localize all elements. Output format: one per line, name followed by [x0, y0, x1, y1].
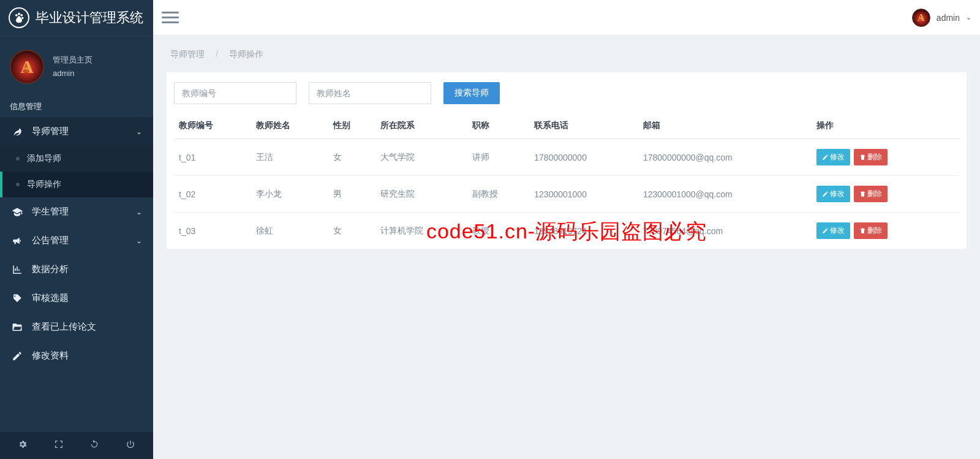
cell-email: 12300001000@qq.com — [638, 176, 812, 213]
th-id: 教师编号 — [174, 113, 251, 139]
cell-ops: 修改删除 — [812, 213, 959, 249]
sidebar-item-data-analysis[interactable]: 数据分析 — [0, 255, 153, 284]
brand-logo-icon — [9, 7, 29, 28]
table-row: t_01王洁女大气学院讲师1780000000017800000000@qq.c… — [174, 139, 959, 176]
sidebar-item-label: 数据分析 — [32, 264, 69, 275]
folder-open-icon — [11, 322, 23, 333]
leaf-icon — [11, 126, 23, 137]
cell-phone: 17800000000 — [529, 139, 638, 176]
th-title: 职称 — [467, 113, 529, 139]
cell-email: 778974564@qq.com — [638, 213, 812, 249]
teacher-id-input[interactable] — [174, 82, 296, 104]
sidebar-subitem-add-tutor[interactable]: 添加导师 — [0, 146, 153, 172]
cell-email: 17800000000@qq.com — [638, 139, 812, 176]
sidebar-item-label: 导师管理 — [32, 126, 69, 137]
sidebar-subitem-tutor-ops[interactable]: 导师操作 — [0, 172, 153, 197]
cell-gender: 女 — [328, 139, 375, 176]
table-row: t_03徐虹女计算机学院教授13548919724778974564@qq.co… — [174, 213, 959, 249]
delete-button[interactable]: 删除 — [854, 222, 888, 239]
avatar: A — [10, 50, 44, 84]
sidebar-item-edit-profile[interactable]: 修改资料 — [0, 341, 153, 370]
delete-button[interactable]: 删除 — [854, 149, 888, 165]
sidebar-item-announce-manage[interactable]: 公告管理 ⌄ — [0, 226, 153, 255]
user-block: A 管理员主页 admin — [0, 36, 153, 96]
chevron-down-icon: ⌄ — [136, 237, 142, 245]
edit-icon — [11, 351, 23, 362]
sidebar-section-title: 信息管理 — [0, 96, 153, 117]
cell-id: t_01 — [174, 139, 251, 176]
brand-title: 毕业设计管理系统 — [36, 9, 143, 27]
avatar-small: A — [912, 9, 930, 27]
breadcrumb: 导师管理 / 导师操作 — [153, 36, 980, 69]
search-button[interactable]: 搜索导师 — [443, 82, 500, 104]
sidebar-item-view-thesis[interactable]: 查看已上传论文 — [0, 313, 153, 341]
hamburger-icon[interactable] — [162, 9, 179, 26]
breadcrumb-current: 导师操作 — [229, 49, 263, 59]
brand: 毕业设计管理系统 — [0, 0, 153, 36]
topbar-username: admin — [937, 13, 960, 23]
refresh-icon[interactable] — [82, 439, 107, 452]
svg-point-3 — [21, 17, 23, 19]
cell-id: t_02 — [174, 176, 251, 213]
avatar-letter: A — [20, 56, 34, 77]
breadcrumb-parent[interactable]: 导师管理 — [170, 49, 205, 59]
sidebar-item-label: 修改资料 — [32, 350, 69, 362]
delete-button[interactable]: 删除 — [854, 186, 888, 202]
cell-name: 王洁 — [251, 139, 328, 176]
sidebar-nav: 导师管理 ⌄ 添加导师 导师操作 学生管理 ⌄ — [0, 117, 153, 432]
bullhorn-icon — [11, 235, 23, 246]
content-panel: 搜索导师 教师编号 教师姓名 性别 所在院系 职称 联系电话 邮箱 操作 t_0… — [167, 72, 967, 249]
th-ops: 操作 — [812, 113, 959, 139]
sidebar-item-review-topic[interactable]: 审核选题 — [0, 284, 153, 313]
user-menu[interactable]: A admin ⌄ — [912, 9, 971, 27]
user-name: admin — [53, 67, 92, 80]
sidebar-item-label: 公告管理 — [32, 235, 69, 246]
sidebar-item-tutor-manage[interactable]: 导师管理 ⌄ — [0, 117, 153, 146]
sidebar-item-label: 审核选题 — [32, 292, 69, 304]
sidebar: 毕业设计管理系统 A 管理员主页 admin 信息管理 导师管理 ⌄ 添加导师 — [0, 0, 153, 459]
main: A admin ⌄ 导师管理 / 导师操作 搜索导师 教师编号 教师姓名 — [153, 0, 980, 459]
sidebar-item-label: 学生管理 — [32, 206, 69, 218]
sidebar-item-label: 查看已上传论文 — [32, 321, 96, 333]
sidebar-subitem-label: 添加导师 — [27, 153, 61, 164]
sidebar-subitem-label: 导师操作 — [27, 179, 61, 190]
subnav-tutor: 添加导师 导师操作 — [0, 146, 153, 197]
bar-chart-icon — [11, 264, 23, 275]
chevron-down-icon: ⌄ — [136, 208, 142, 216]
power-icon[interactable] — [118, 439, 143, 452]
chevron-down-icon: ⌄ — [966, 13, 971, 21]
cell-dept: 大气学院 — [375, 139, 467, 176]
th-gender: 性别 — [328, 113, 375, 139]
cell-title: 副教授 — [467, 176, 529, 213]
teacher-table: 教师编号 教师姓名 性别 所在院系 职称 联系电话 邮箱 操作 t_01王洁女大… — [174, 113, 959, 249]
th-dept: 所在院系 — [375, 113, 467, 139]
cell-phone: 12300001000 — [529, 176, 638, 213]
user-role: 管理员主页 — [53, 53, 92, 67]
th-name: 教师姓名 — [251, 113, 328, 139]
table-header-row: 教师编号 教师姓名 性别 所在院系 职称 联系电话 邮箱 操作 — [174, 113, 959, 139]
tag-icon — [11, 293, 23, 304]
fullscreen-icon[interactable] — [47, 439, 71, 452]
svg-point-2 — [20, 14, 23, 17]
sidebar-item-student-manage[interactable]: 学生管理 ⌄ — [0, 197, 153, 226]
cell-ops: 修改删除 — [812, 176, 959, 213]
cell-gender: 女 — [328, 213, 375, 249]
cell-id: t_03 — [174, 213, 251, 249]
svg-point-1 — [18, 13, 20, 15]
topbar: A admin ⌄ — [153, 0, 980, 36]
edit-button[interactable]: 修改 — [816, 222, 850, 239]
cell-ops: 修改删除 — [812, 139, 959, 176]
search-row: 搜索导师 — [174, 80, 959, 113]
gear-icon[interactable] — [10, 439, 35, 452]
breadcrumb-separator: / — [216, 49, 218, 59]
sidebar-bottom-bar — [0, 432, 153, 459]
cell-name: 徐虹 — [251, 213, 328, 249]
table-row: t_02李小龙男研究生院副教授1230000100012300001000@qq… — [174, 176, 959, 213]
cell-name: 李小龙 — [251, 176, 328, 213]
edit-button[interactable]: 修改 — [816, 186, 850, 202]
cell-title: 教授 — [467, 213, 529, 249]
teacher-name-input[interactable] — [309, 82, 431, 104]
th-email: 邮箱 — [638, 113, 812, 139]
cell-dept: 计算机学院 — [375, 213, 467, 249]
edit-button[interactable]: 修改 — [816, 149, 850, 165]
